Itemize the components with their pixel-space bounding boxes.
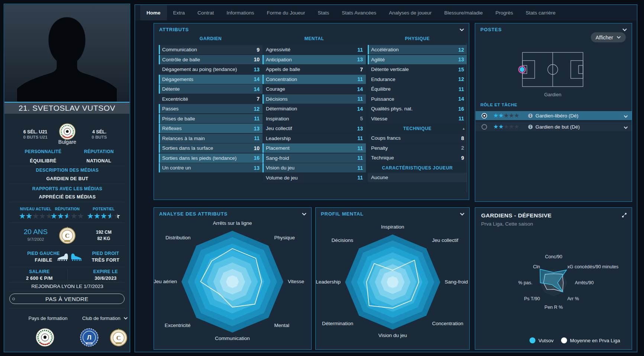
radio-button[interactable]	[482, 113, 487, 119]
divider	[9, 202, 125, 202]
star-icon	[107, 213, 114, 219]
attribute-label: Détente	[162, 86, 254, 92]
attribute-row-agilit[interactable]: Agilité13	[368, 55, 467, 64]
attribute-label: Dégagements	[162, 77, 254, 82]
attribute-value: 14	[357, 86, 363, 92]
tab-forme-du-joueur[interactable]: Forme du Joueur	[261, 5, 312, 20]
star-icon	[493, 113, 498, 118]
attribute-row-vitesse[interactable]: Vitesse11	[368, 114, 467, 123]
attribute-row-anticipation[interactable]: Anticipation13	[263, 55, 366, 64]
attribute-row-prises-de-balle[interactable]: Prises de balle11	[159, 114, 263, 123]
media-description-value: GARDIEN DE BUT	[4, 176, 131, 181]
radar-axis-label: Physique	[274, 235, 295, 240]
attribute-row-quilibre[interactable]: Équilibre11	[368, 84, 467, 94]
personality-label: PERSONNALITÉ	[12, 149, 75, 154]
attribute-row-sorties-dans-les-pieds-tendance[interactable]: Sorties dans les pieds (tendance)16	[159, 153, 263, 163]
attribute-row-d-termination[interactable]: Détermination14	[263, 104, 366, 113]
chevron-down-icon[interactable]	[123, 317, 128, 320]
left-boot-icon	[56, 252, 69, 263]
tab-blessure-maladie[interactable]: Blessure/maladie	[438, 5, 489, 20]
legend-item-moyenne-en-prva-liga[interactable]: Moyenne en Prva Liga	[561, 337, 620, 343]
attribute-row-d-tente[interactable]: Détente14	[159, 84, 263, 94]
expand-icon[interactable]	[621, 212, 627, 220]
attribute-value: 14	[254, 86, 260, 92]
nation-name[interactable]: Bulgare	[38, 139, 97, 145]
show-dropdown-button[interactable]: Afficher	[591, 32, 626, 42]
chevron-down-icon[interactable]	[459, 28, 464, 32]
attribute-row-courage[interactable]: Courage14	[263, 84, 366, 94]
attribute-row-penalty[interactable]: Penalty2	[368, 143, 467, 153]
attribute-row-un-contre-un[interactable]: Un contre un13	[159, 163, 263, 172]
attribute-row-concentration[interactable]: Concentration11	[263, 75, 366, 84]
attribute-row-sang-froid[interactable]: Sang-froid11	[263, 153, 366, 163]
attribute-row-d-cisions[interactable]: Décisions11	[263, 94, 366, 104]
attribute-row-sorties-dans-la-surface[interactable]: Sorties dans la surface10	[159, 143, 263, 153]
attribute-row-agressivit[interactable]: Agressivité11	[263, 45, 366, 54]
chevron-down-icon[interactable]	[460, 212, 465, 216]
attribute-row-inspiration[interactable]: Inspiration5	[263, 114, 366, 123]
attribute-row-volume-de-jeu[interactable]: Volume de jeu11	[263, 173, 366, 182]
reputation-block: RÉPUTATION NATIONAL	[71, 149, 127, 164]
attribute-row-appels-de-balle[interactable]: Appels de balle7	[263, 65, 366, 74]
attribute-row-endurance[interactable]: Endurance12	[368, 75, 467, 84]
attribute-row-technique[interactable]: Technique9	[368, 153, 467, 162]
technique-section-header[interactable]: TECHNIQUE ▲	[368, 124, 467, 133]
radio-button[interactable]	[482, 124, 487, 130]
attribute-row-coups-francs[interactable]: Coups francs8	[368, 133, 467, 143]
tab-home[interactable]: Home	[140, 5, 167, 20]
attribute-value: 11	[357, 155, 363, 161]
attribute-label: Penalty	[371, 145, 461, 151]
attribute-row-contr-le-de-balle[interactable]: Contrôle de balle10	[159, 55, 263, 64]
attribute-row-excentricit[interactable]: Excentricité7	[159, 94, 263, 104]
u21-caps-count: 6 SÉL. U21	[9, 129, 61, 135]
tab-informations[interactable]: Informations	[220, 5, 260, 20]
star-icon	[26, 213, 32, 219]
chevron-down-icon[interactable]	[622, 28, 627, 32]
chevron-down-icon[interactable]	[624, 114, 628, 119]
info-icon[interactable]	[528, 124, 533, 129]
sale-status-tag: PAS À VENDRE	[9, 294, 125, 304]
legend-item-vutsov[interactable]: Vutsov	[529, 337, 554, 343]
scroll-up-icon[interactable]: ▲	[462, 127, 466, 130]
goalkeeper-stats-panel: GARDIENS - DÉFENSIVE Prva Liga, Cette sa…	[475, 207, 632, 350]
tab-analyses-de-joueur[interactable]: Analyses de joueur	[383, 5, 438, 20]
info-icon[interactable]	[528, 113, 533, 118]
scrollbar[interactable]	[467, 43, 467, 192]
attribute-row-puissance[interactable]: Puissance14	[368, 94, 467, 104]
attribute-row-d-tente-verticale[interactable]: Détente verticale15	[368, 65, 467, 74]
attribute-row-passes[interactable]: Passes12	[159, 104, 263, 113]
attribute-row-communication[interactable]: Communication9	[159, 45, 263, 54]
attribute-row-qualit-s-phys-nat[interactable]: Qualités phys. nat.16	[368, 104, 467, 113]
tab-contrat[interactable]: Contrat	[191, 5, 220, 20]
attribute-value: 16	[458, 106, 464, 112]
role-row-gardien-lib-ro-d[interactable]: Gardien-libéro (Dé)	[476, 111, 632, 120]
chevron-down-icon[interactable]	[302, 212, 307, 216]
role-row-gardien-de-but-d[interactable]: Gardien de but (Dé)	[476, 122, 632, 131]
player-traits-header: CARACTÉRISTIQUES JOUEUR	[368, 163, 467, 173]
svg-text:C: C	[65, 232, 70, 239]
star-icon	[509, 124, 514, 129]
attribute-row-d-gagements[interactable]: Dégagements14	[159, 75, 263, 84]
attribute-row-d-gagement-au-poing-tendance[interactable]: Dégagement au poing (tendance)13	[159, 65, 263, 74]
radar-axis-label: Arrêts sur la ligne	[213, 220, 252, 226]
tab-extra[interactable]: Extra	[167, 5, 191, 20]
attribute-row-vision-du-jeu[interactable]: Vision du jeu11	[263, 163, 366, 172]
attribute-value: 11	[254, 135, 260, 141]
attribute-row-acc-l-ration[interactable]: Accélération12	[368, 45, 467, 54]
formation-club-label[interactable]: Club de formation	[82, 315, 128, 321]
tab-stats-carri-re[interactable]: Stats carrière	[519, 5, 562, 20]
attribute-value: 12	[458, 47, 464, 53]
chevron-down-icon[interactable]	[624, 125, 628, 130]
radar-axis-label: Détermination	[322, 321, 353, 326]
radar-axis-label: Sang-froid	[445, 279, 468, 285]
tab-progr-s[interactable]: Progrès	[489, 5, 519, 20]
attribute-row-relances-la-main[interactable]: Relances à la main11	[159, 134, 263, 143]
attribute-row-r-flexes[interactable]: Réflexes13	[159, 124, 263, 133]
attribute-row-jeu-collectif[interactable]: Jeu collectif13	[263, 124, 366, 133]
star-icon	[64, 213, 71, 219]
attribute-row-placement[interactable]: Placement11	[263, 143, 366, 153]
star-icon	[33, 213, 39, 219]
attribute-row-leadership[interactable]: Leadership11	[263, 134, 366, 143]
tab-stats-avanc-es[interactable]: Stats Avancées	[335, 5, 383, 20]
tab-stats[interactable]: Stats	[311, 5, 335, 20]
